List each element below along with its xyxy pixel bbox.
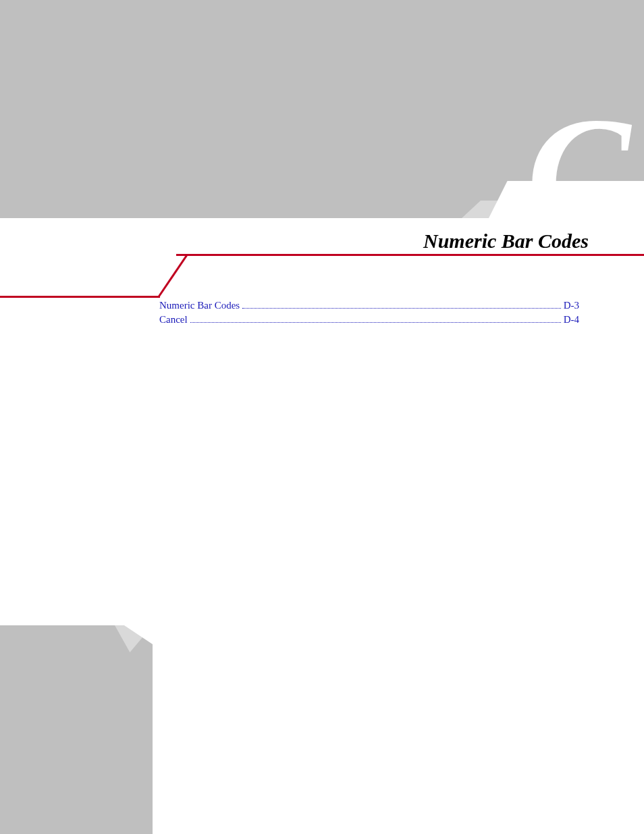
toc-entry-label: Numeric Bar Codes (159, 300, 240, 311)
toc-entry-page: D-4 (564, 314, 579, 325)
toc-leader-dots (242, 308, 561, 309)
toc-entry-label: Cancel (159, 314, 188, 325)
title-underline (176, 254, 644, 256)
toc-entry-page: D-3 (564, 300, 579, 311)
chapter-letter: C (527, 95, 630, 250)
toc-entry[interactable]: Numeric Bar Codes D-3 (159, 300, 579, 311)
toc-leader-dots (190, 322, 561, 323)
document-page: C Numeric Bar Codes Numeric Bar Codes D-… (0, 0, 644, 834)
toc-entry[interactable]: Cancel D-4 (159, 314, 579, 325)
title-underline-lower (0, 296, 160, 298)
table-of-contents: Numeric Bar Codes D-3 Cancel D-4 (159, 300, 579, 328)
title-underline-diagonal (157, 254, 188, 298)
footer-tab-background (0, 625, 153, 834)
chapter-title: Numeric Bar Codes (423, 230, 589, 253)
svg-line-0 (159, 255, 187, 297)
